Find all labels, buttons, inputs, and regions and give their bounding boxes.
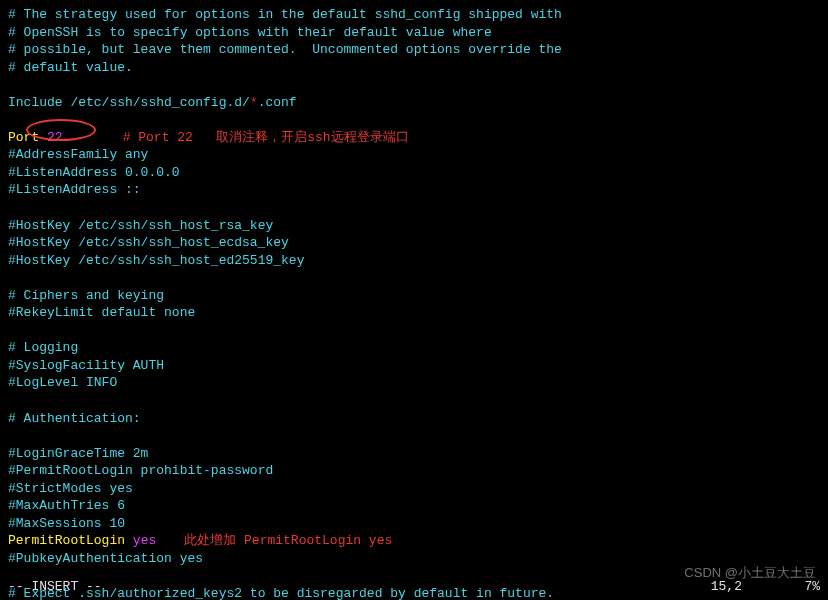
- permitroot-comment-line: #PermitRootLogin prohibit-password: [8, 462, 820, 480]
- comment-line: # default value.: [8, 59, 820, 77]
- permitroot-val: yes: [125, 533, 156, 548]
- include-line: Include /etc/ssh/sshd_config.d/*.conf: [8, 94, 820, 112]
- wildcard: *: [250, 95, 258, 110]
- blank-line: [8, 199, 820, 217]
- listenaddress-line: #ListenAddress ::: [8, 181, 820, 199]
- logging-comment: # Logging: [8, 339, 820, 357]
- blank-line: [8, 269, 820, 287]
- permitroot-line: PermitRootLogin yes此处增加 PermitRootLogin …: [8, 532, 820, 550]
- ciphers-comment: # Ciphers and keying: [8, 287, 820, 305]
- port-key: Port: [8, 130, 39, 145]
- blank-line: [8, 322, 820, 340]
- comment-line: # possible, but leave them commented. Un…: [8, 41, 820, 59]
- addressfamily-line: #AddressFamily any: [8, 146, 820, 164]
- port-value: 22: [39, 130, 62, 145]
- comment-line: # OpenSSH is to specify options with the…: [8, 24, 820, 42]
- listenaddress-line: #ListenAddress 0.0.0.0: [8, 164, 820, 182]
- hostkey-line: #HostKey /etc/ssh/ssh_host_ecdsa_key: [8, 234, 820, 252]
- loglevel-line: #LogLevel INFO: [8, 374, 820, 392]
- rekey-line: #RekeyLimit default none: [8, 304, 820, 322]
- port-line: Port 22# Port 22 取消注释，开启ssh远程登录端口: [8, 129, 820, 147]
- vim-position: 15,2 7%: [711, 578, 820, 596]
- maxauth-line: #MaxAuthTries 6: [8, 497, 820, 515]
- strictmodes-line: #StrictModes yes: [8, 480, 820, 498]
- hostkey-line: #HostKey /etc/ssh/ssh_host_rsa_key: [8, 217, 820, 235]
- vim-mode: -- INSERT --: [8, 578, 102, 596]
- vim-status-bar: -- INSERT -- 15,2 7%: [8, 578, 820, 596]
- include-suffix: .conf: [258, 95, 297, 110]
- hostkey-line: #HostKey /etc/ssh/ssh_host_ed25519_key: [8, 252, 820, 270]
- maxsessions-line: #MaxSessions 10: [8, 515, 820, 533]
- syslog-line: #SyslogFacility AUTH: [8, 357, 820, 375]
- permitroot-key: PermitRootLogin: [8, 533, 125, 548]
- auth-comment: # Authentication:: [8, 410, 820, 428]
- blank-line: [8, 392, 820, 410]
- comment-line: # The strategy used for options in the d…: [8, 6, 820, 24]
- blank-line: [8, 427, 820, 445]
- logingrace-line: #LoginGraceTime 2m: [8, 445, 820, 463]
- permitroot-annotation: 此处增加 PermitRootLogin yes: [184, 532, 392, 550]
- blank-line: [8, 76, 820, 94]
- pubkey-line: #PubkeyAuthentication yes: [8, 550, 820, 568]
- terminal-editor[interactable]: # The strategy used for options in the d…: [8, 6, 820, 600]
- blank-line: [8, 111, 820, 129]
- port-annotation: # Port 22 取消注释，开启ssh远程登录端口: [123, 129, 409, 147]
- include-prefix: Include /etc/ssh/sshd_config.d/: [8, 95, 250, 110]
